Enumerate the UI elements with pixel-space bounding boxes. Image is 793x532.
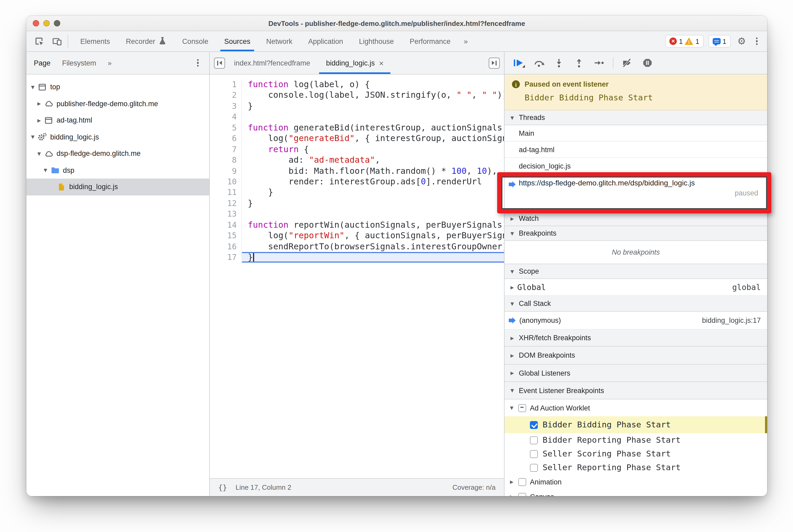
elb-item-seller-scoring-phase-start[interactable]: Seller Scoring Phase Start	[505, 447, 767, 461]
thread-list: Mainad-tag.htmldecision_logic.js	[505, 125, 767, 174]
show-debugger-button[interactable]	[489, 57, 500, 69]
tab-page[interactable]: Page	[34, 59, 51, 67]
checkbox-animation[interactable]	[518, 478, 526, 486]
line-number[interactable]: 16	[210, 241, 242, 252]
checkbox-bidder-reporting-phase-start[interactable]	[530, 436, 538, 444]
tree-item-bidding-logic-js[interactable]: bidding_logic.js	[26, 178, 209, 195]
close-window-button[interactable]	[33, 20, 39, 26]
line-number[interactable]: 1	[210, 79, 242, 90]
tab-filesystem[interactable]: Filesystem	[62, 59, 96, 67]
checkbox-ad-auction-worklet[interactable]	[518, 404, 526, 412]
call-stack-frame[interactable]: (anonymous) bidding_logic.js:17	[505, 312, 767, 330]
more-panels-chevron[interactable]: »	[458, 31, 473, 51]
step-into-button[interactable]	[550, 55, 568, 70]
main-tab-sources[interactable]: Sources	[216, 31, 258, 51]
tree-item-top[interactable]: top	[26, 79, 209, 95]
section-threads[interactable]: Threads	[505, 110, 767, 125]
minimize-window-button[interactable]	[43, 20, 50, 26]
editor-tab-bidding-logic[interactable]: bidding_logic.js ×	[319, 52, 391, 74]
line-number[interactable]: 7	[210, 144, 242, 155]
line-number[interactable]: 11	[210, 187, 242, 198]
checkbox-bidder-bidding-phase-start[interactable]	[530, 421, 538, 429]
elb-category-animation[interactable]: Animation	[505, 474, 767, 489]
more-options-button[interactable]	[753, 37, 761, 45]
step-out-button[interactable]	[570, 55, 588, 70]
line-number[interactable]: 8	[210, 155, 242, 166]
main-tab-console[interactable]: Console	[174, 31, 216, 51]
line-number[interactable]: 9	[210, 166, 242, 176]
line-number[interactable]: 12	[210, 198, 242, 209]
tree-item-dsp-fledge-demo-glitch-me[interactable]: dsp-fledge-demo.glitch.me	[26, 145, 209, 162]
section-global-listeners[interactable]: Global Listeners	[505, 364, 767, 382]
line-number[interactable]: 5	[210, 122, 242, 133]
main-tab-network[interactable]: Network	[258, 31, 300, 51]
expand-icon[interactable]	[36, 151, 42, 156]
expand-icon[interactable]	[42, 168, 49, 173]
deactivate-breakpoints-button[interactable]	[618, 55, 636, 70]
step-over-button[interactable]	[530, 55, 548, 70]
line-number[interactable]: 17	[210, 252, 242, 263]
expand-icon[interactable]	[36, 101, 42, 107]
main-tab-application[interactable]: Application	[300, 31, 351, 51]
zoom-window-button[interactable]	[54, 20, 60, 26]
close-tab-icon[interactable]: ×	[379, 58, 384, 68]
checkbox-seller-reporting-phase-start[interactable]	[530, 463, 538, 472]
section-scope[interactable]: Scope	[505, 264, 767, 279]
thread-row-decision-logic-js[interactable]: decision_logic.js	[505, 158, 767, 174]
line-number[interactable]: 4	[210, 112, 242, 122]
elb-item-bidder-bidding-phase-start[interactable]: Bidder Bidding Phase Start	[505, 416, 767, 433]
pause-on-exceptions-button[interactable]	[638, 55, 656, 70]
section-call-stack[interactable]: Call Stack	[505, 296, 767, 312]
navigator-more-button[interactable]	[194, 59, 202, 66]
line-number[interactable]: 10	[210, 176, 242, 187]
line-number[interactable]: 6	[210, 133, 242, 144]
code-line: 17}	[210, 252, 504, 263]
tree-item-ad-tag-html[interactable]: ad-tag.html	[26, 112, 209, 129]
expand-icon[interactable]	[30, 134, 36, 140]
section-breakpoints[interactable]: Breakpoints	[505, 226, 767, 241]
checkbox-seller-scoring-phase-start[interactable]	[530, 450, 538, 458]
folder-icon	[50, 166, 60, 175]
resume-button[interactable]	[510, 55, 528, 70]
settings-button[interactable]: ⚙	[735, 35, 748, 48]
thread-row-main[interactable]: Main	[505, 125, 767, 141]
line-number[interactable]: 14	[210, 220, 242, 230]
inspect-element-icon[interactable]	[33, 35, 45, 48]
main-tab-elements[interactable]: Elements	[72, 31, 118, 51]
pretty-print-button[interactable]: {}	[218, 483, 227, 492]
elb-category-ad-auction-worklet[interactable]: Ad Auction Worklet	[505, 399, 767, 416]
tree-item-publisher-fledge-demo-glitch-me[interactable]: publisher-fledge-demo.glitch.me	[26, 95, 209, 112]
main-tab-performance[interactable]: Performance	[402, 31, 458, 51]
scope-global-row[interactable]: Global global	[505, 279, 767, 296]
line-number[interactable]: 2	[210, 90, 242, 101]
code-editor[interactable]: 1function log(label, o) {2 console.log(l…	[210, 75, 504, 478]
editor-tab-index[interactable]: index.html?fencedframe	[227, 52, 317, 74]
thread-row-ad-tag-html[interactable]: ad-tag.html	[505, 141, 767, 158]
expand-icon[interactable]	[30, 84, 36, 90]
line-number[interactable]: 3	[210, 101, 242, 112]
section-xhr-fetch-breakpoints[interactable]: XHR/fetch Breakpoints	[505, 330, 767, 346]
tree-item-dsp[interactable]: dsp	[26, 162, 209, 178]
line-number[interactable]: 13	[210, 209, 242, 220]
section-watch[interactable]: Watch	[505, 211, 767, 226]
errors-warnings-badge[interactable]: ✕ 1 1	[665, 35, 703, 48]
expand-icon	[509, 494, 514, 496]
more-tabs-chevron[interactable]: »	[108, 59, 112, 67]
line-number[interactable]: 15	[210, 230, 242, 241]
device-toolbar-icon[interactable]	[51, 35, 63, 48]
elb-item-bidder-reporting-phase-start[interactable]: Bidder Reporting Phase Start	[505, 433, 767, 447]
tree-item-bidding-logic-js[interactable]: bidding_logic.js	[26, 129, 209, 145]
section-dom-breakpoints[interactable]: DOM Breakpoints	[505, 346, 767, 364]
elb-category-canvas[interactable]: Canvas	[505, 489, 767, 496]
toolbar-separator	[68, 35, 68, 48]
main-tab-lighthouse[interactable]: Lighthouse	[351, 31, 402, 51]
section-event-listener-breakpoints[interactable]: Event Listener Breakpoints	[505, 382, 767, 399]
issues-badge[interactable]: 1	[708, 35, 730, 48]
main-tab-recorder[interactable]: Recorder	[118, 31, 174, 51]
hide-navigator-button[interactable]	[214, 57, 225, 69]
step-button[interactable]	[590, 55, 608, 70]
thread-row-selected[interactable]: https://dsp-fledge-demo.glitch.me/dsp/bi…	[505, 174, 767, 211]
checkbox-canvas[interactable]	[518, 493, 526, 496]
elb-item-seller-reporting-phase-start[interactable]: Seller Reporting Phase Start	[505, 461, 767, 474]
expand-icon[interactable]	[36, 118, 42, 123]
